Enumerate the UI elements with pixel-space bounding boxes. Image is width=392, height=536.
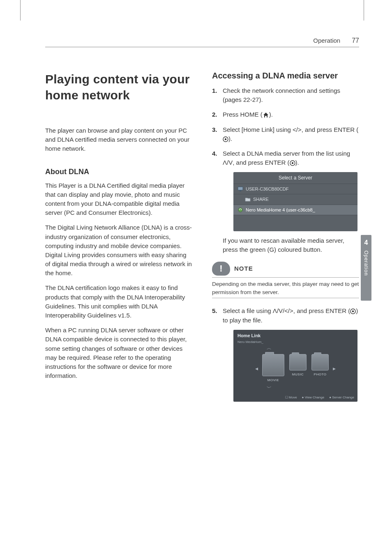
about-dlna-p1: This Player is a DLNA Certified digital …	[45, 181, 192, 218]
step-4-text-c: ).	[295, 159, 299, 166]
chapter-label: Operation	[363, 251, 369, 276]
step-5-text-a: Select a file using	[223, 307, 273, 314]
about-dlna-heading: About DLNA	[45, 168, 192, 176]
folder-music: MUSIC	[289, 354, 307, 383]
nav-glyph: Λ/V/</>	[273, 307, 293, 314]
home-link-screenshot: Home Link Nero MediaHom_ ︿ ◂ MOVIE	[233, 330, 357, 402]
step-5: Select a file using Λ/V/</>, and press E…	[212, 306, 359, 401]
server-row-3-label: Nero MediaHome 4 (user-c36cb8_	[246, 207, 315, 213]
green-g-label: G	[269, 246, 274, 253]
step-2: Press HOME ().	[212, 110, 359, 119]
svg-point-3	[291, 162, 293, 164]
note-label: NOTE	[234, 264, 253, 273]
main-title: Playing content via your home network	[45, 71, 192, 103]
header-page-number: 77	[352, 37, 359, 44]
home-link-footer: ☐ Move ● View Change ● Server Change	[285, 395, 354, 400]
step-4-text-b: , and press ENTER (	[233, 159, 289, 166]
server-list-screenshot: Select a Server USER-C36CB80CDF SHARE Ne…	[233, 172, 357, 231]
about-dlna-p3: The DLNA certification logo makes it eas…	[45, 283, 192, 320]
step-2-text-b: ).	[269, 111, 273, 118]
svg-point-1	[225, 138, 226, 140]
computer-icon	[238, 186, 243, 191]
crop-mark-right	[364, 0, 364, 21]
step-3-text-c: ).	[228, 135, 232, 142]
step-3: Select [Home Link] using </>, and press …	[212, 125, 359, 143]
steps-list: Check the network connection and setting…	[212, 86, 359, 402]
server-row-2: SHARE	[233, 194, 357, 204]
dlna-server-icon	[238, 207, 243, 212]
server-list-title: Select a Server	[233, 172, 357, 184]
svg-rect-5	[240, 191, 241, 191]
footer-server-change: Server Change	[332, 396, 354, 399]
note-box: ! NOTE Depending on the media server, th…	[212, 262, 359, 298]
intro-paragraph: The player can browse and play content o…	[45, 126, 192, 154]
home-icon	[263, 112, 269, 118]
step-1-text: Check the network connection and setting…	[223, 87, 340, 103]
left-column: Playing content via your home network Th…	[45, 71, 192, 407]
note-divider-bottom	[212, 298, 359, 298]
server-row-1: USER-C36CB80CDF	[233, 184, 357, 194]
chapter-side-tab: 4 Operation	[361, 235, 371, 301]
step-4: Select a DLNA media server from the list…	[212, 149, 359, 298]
accessing-heading: Accessing a DLNA media server	[212, 71, 359, 81]
about-dlna-p2: The Digital Living Network Alliance (DLN…	[45, 223, 192, 278]
note-text: Depending on the media server, this play…	[212, 280, 359, 296]
chapter-number: 4	[364, 239, 368, 246]
step-1: Check the network connection and setting…	[212, 86, 359, 104]
right-chevron-icon: ▸	[333, 364, 336, 373]
header-section-label: Operation	[313, 37, 340, 44]
server-row-1-label: USER-C36CB80CDF	[246, 186, 289, 192]
enter-icon	[350, 308, 356, 314]
server-row-3-selected: Nero MediaHome 4 (user-c36cb8_	[233, 205, 357, 215]
left-chevron-icon: ◂	[255, 364, 258, 373]
manual-page: Operation 77 4 Operation Playing content…	[0, 0, 392, 536]
enter-icon	[290, 160, 295, 166]
up-down-glyph: Λ/V	[223, 159, 233, 166]
rescan-text-b: ) coloured button.	[274, 246, 322, 253]
step-5-text-b: , and press ENTER (	[293, 307, 350, 314]
note-divider	[212, 277, 359, 278]
right-column: Accessing a DLNA media server Check the …	[212, 71, 359, 407]
folder-movie-label: MOVIE	[267, 378, 279, 383]
folder-icon	[245, 197, 251, 202]
step-4-text-a: Select a DLNA media server from the list…	[223, 150, 350, 157]
folder-photo-label: PHOTO	[314, 372, 327, 377]
step-2-text-a: Press HOME (	[223, 111, 263, 118]
enter-icon	[223, 136, 228, 142]
footer-move: Move	[289, 396, 297, 399]
server-row-2-label: SHARE	[253, 196, 269, 202]
svg-rect-4	[238, 187, 243, 190]
down-chevron-icon: ﹀	[267, 384, 272, 392]
step-3-text-a: Select [Home Link] using	[223, 126, 293, 133]
about-dlna-p4: When a PC running DLNA server software o…	[45, 326, 192, 380]
left-right-glyph: </>	[293, 126, 302, 133]
rescan-note: If you want to rescan available media se…	[223, 236, 359, 254]
folder-photo: PHOTO	[311, 354, 329, 383]
crop-mark-left	[20, 0, 21, 21]
folder-movie: MOVIE	[262, 354, 284, 383]
note-alert-icon: !	[212, 262, 230, 276]
step-3-text-b: , and press ENTER (	[302, 126, 358, 133]
svg-point-8	[352, 311, 354, 312]
page-header: Operation 77	[45, 37, 359, 47]
footer-view-change: View Change	[305, 396, 324, 399]
home-link-title: Home Link	[233, 330, 357, 340]
folder-music-label: MUSIC	[292, 372, 304, 377]
